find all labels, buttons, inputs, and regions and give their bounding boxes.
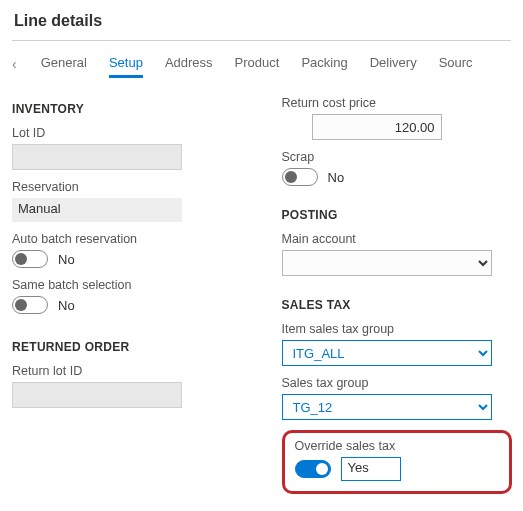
tab-packing[interactable]: Packing bbox=[301, 49, 347, 78]
page-title: Line details bbox=[14, 12, 511, 30]
label-main-account: Main account bbox=[282, 232, 512, 246]
main-account-select[interactable] bbox=[282, 250, 492, 276]
label-auto-batch: Auto batch reservation bbox=[12, 232, 242, 246]
label-same-batch: Same batch selection bbox=[12, 278, 242, 292]
chevron-left-icon[interactable]: ‹ bbox=[12, 56, 19, 72]
override-sales-tax-state: Yes bbox=[341, 457, 401, 481]
label-lot-id: Lot ID bbox=[12, 126, 242, 140]
tabs: ‹ General Setup Address Product Packing … bbox=[12, 47, 511, 78]
label-item-sales-tax-group: Item sales tax group bbox=[282, 322, 512, 336]
tab-setup[interactable]: Setup bbox=[109, 49, 143, 78]
auto-batch-state: No bbox=[58, 252, 75, 267]
tab-product[interactable]: Product bbox=[235, 49, 280, 78]
scrap-toggle[interactable] bbox=[282, 168, 318, 186]
right-column: Return cost price Scrap No POSTING Main … bbox=[282, 96, 512, 494]
auto-batch-toggle[interactable] bbox=[12, 250, 48, 268]
reservation-value[interactable]: Manual bbox=[12, 198, 182, 222]
label-return-lot-id: Return lot ID bbox=[12, 364, 242, 378]
override-callout: Override sales tax Yes bbox=[282, 430, 512, 494]
label-reservation: Reservation bbox=[12, 180, 242, 194]
label-return-cost: Return cost price bbox=[282, 96, 512, 110]
item-sales-tax-group-select[interactable]: ITG_ALL bbox=[282, 340, 492, 366]
return-cost-input[interactable] bbox=[312, 114, 442, 140]
section-sales-tax: SALES TAX bbox=[282, 298, 512, 312]
section-returned-order: RETURNED ORDER bbox=[12, 340, 242, 354]
sales-tax-group-select[interactable]: TG_12 bbox=[282, 394, 492, 420]
label-scrap: Scrap bbox=[282, 150, 512, 164]
tab-address[interactable]: Address bbox=[165, 49, 213, 78]
section-inventory: INVENTORY bbox=[12, 102, 242, 116]
tab-delivery[interactable]: Delivery bbox=[370, 49, 417, 78]
tab-sourcing[interactable]: Sourc bbox=[439, 49, 473, 78]
override-sales-tax-toggle[interactable] bbox=[295, 460, 331, 478]
scrap-state: No bbox=[328, 170, 345, 185]
section-posting: POSTING bbox=[282, 208, 512, 222]
label-sales-tax-group: Sales tax group bbox=[282, 376, 512, 390]
tab-general[interactable]: General bbox=[41, 49, 87, 78]
divider bbox=[12, 40, 511, 41]
same-batch-toggle[interactable] bbox=[12, 296, 48, 314]
left-column: INVENTORY Lot ID Reservation Manual Auto… bbox=[12, 96, 242, 494]
label-override-sales-tax: Override sales tax bbox=[295, 439, 499, 453]
lot-id-input[interactable] bbox=[12, 144, 182, 170]
return-lot-id-input[interactable] bbox=[12, 382, 182, 408]
same-batch-state: No bbox=[58, 298, 75, 313]
